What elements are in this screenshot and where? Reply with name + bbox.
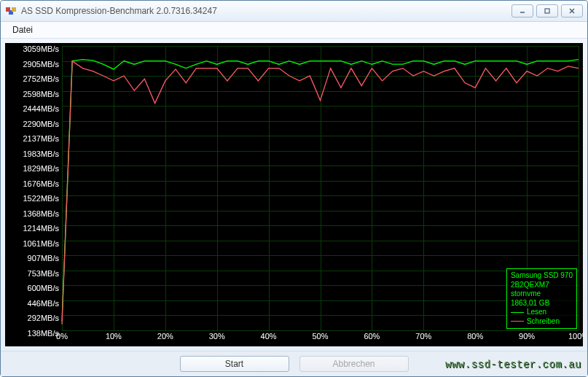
y-tick-label: 2905MB/s (23, 60, 59, 69)
y-tick-label: 1522MB/s (23, 194, 59, 203)
y-tick-label: 2290MB/s (23, 120, 59, 128)
y-tick-label: 446MB/s (28, 299, 59, 308)
legend-read-row: Lesen (511, 308, 573, 317)
y-tick-label: 1368MB/s (23, 209, 59, 218)
legend-write-swatch (511, 321, 524, 322)
x-tick-label: 60% (364, 332, 380, 341)
y-tick-label: 292MB/s (28, 314, 59, 322)
x-tick-label: 50% (312, 332, 328, 341)
minimize-button[interactable] (511, 4, 533, 18)
legend-write-label: Schreiben (527, 317, 560, 327)
menu-file[interactable]: Datei (7, 23, 39, 36)
titlebar: AS SSD Kompression-Benchmark 2.0.7316.34… (1, 1, 587, 22)
plot-area: Samsung SSD 970 2B2QEXM7 stornvme 1863,0… (62, 46, 579, 330)
x-tick-label: 100% (568, 332, 583, 341)
y-tick-label: 138MB/s (28, 329, 59, 338)
y-tick-label: 1829MB/s (23, 164, 59, 173)
y-tick-label: 1214MB/s (23, 224, 59, 233)
cancel-button[interactable]: Abbrechen (299, 356, 409, 372)
app-icon (5, 5, 17, 17)
x-tick-label: 30% (209, 332, 225, 341)
x-tick-label: 0% (56, 332, 68, 341)
y-tick-label: 1061MB/s (23, 239, 59, 248)
y-tick-label: 3059MB/s (23, 44, 59, 53)
y-tick-label: 2598MB/s (23, 90, 59, 98)
y-tick-label: 1676MB/s (23, 179, 59, 188)
watermark: www.ssd-tester.com.au (445, 359, 581, 370)
x-tick-label: 20% (157, 332, 173, 341)
chart-area: 3059MB/s2905MB/s2752MB/s2598MB/s2444MB/s… (5, 43, 583, 346)
series-schreiben (62, 61, 579, 324)
legend-write-row: Schreiben (511, 317, 573, 327)
x-axis: 0%10%20%30%40%50%60%70%80%90%100% (62, 332, 579, 343)
legend-read-label: Lesen (527, 308, 546, 317)
x-tick-label: 40% (261, 332, 277, 341)
y-axis: 3059MB/s2905MB/s2752MB/s2598MB/s2444MB/s… (5, 46, 62, 330)
close-button[interactable] (561, 4, 583, 18)
x-tick-label: 80% (467, 332, 483, 341)
y-tick-label: 2137MB/s (23, 134, 59, 143)
svg-rect-4 (545, 9, 549, 13)
x-tick-label: 10% (106, 332, 122, 341)
legend-device-1: Samsung SSD 970 (511, 271, 573, 281)
legend-box: Samsung SSD 970 2B2QEXM7 stornvme 1863,0… (506, 268, 577, 329)
menubar: Datei (1, 22, 587, 39)
maximize-button[interactable] (536, 4, 558, 18)
x-tick-label: 70% (415, 332, 431, 341)
legend-device-2: 2B2QEXM7 (511, 281, 573, 290)
window-controls (511, 4, 583, 18)
series-lesen (62, 60, 579, 322)
window-title: AS SSD Kompression-Benchmark 2.0.7316.34… (21, 6, 217, 16)
y-tick-label: 907MB/s (28, 254, 59, 263)
legend-device-4: 1863,01 GB (511, 299, 573, 308)
bottom-bar: Start Abbrechen www.ssd-tester.com.au (1, 351, 587, 376)
svg-rect-2 (12, 7, 16, 12)
app-window: AS SSD Kompression-Benchmark 2.0.7316.34… (0, 0, 588, 377)
legend-read-swatch (511, 312, 524, 313)
start-button[interactable]: Start (180, 356, 289, 372)
legend-device-3: stornvme (511, 289, 573, 299)
y-tick-label: 2752MB/s (23, 74, 59, 83)
y-tick-label: 600MB/s (28, 284, 59, 292)
y-tick-label: 1983MB/s (23, 149, 59, 158)
x-tick-label: 90% (519, 332, 535, 341)
y-tick-label: 753MB/s (28, 269, 59, 278)
y-tick-label: 2444MB/s (23, 104, 59, 113)
